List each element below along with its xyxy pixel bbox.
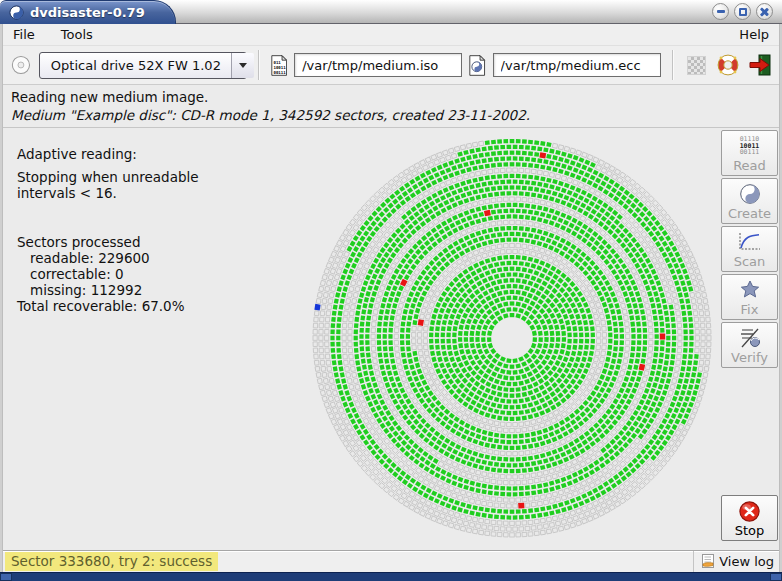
action-sidebar: 01110 10011 00111 Read Create bbox=[720, 128, 782, 550]
quit-icon bbox=[748, 53, 772, 77]
image-file-input[interactable] bbox=[294, 53, 462, 77]
stop-icon bbox=[738, 499, 761, 524]
scan-button-label: Scan bbox=[734, 255, 766, 269]
chevron-down-icon bbox=[231, 53, 254, 78]
reading-stats-panel: Adaptive reading: Stopping when unreadab… bbox=[17, 146, 199, 314]
verify-button[interactable]: Verify bbox=[721, 322, 778, 368]
create-button[interactable]: Create bbox=[721, 178, 778, 224]
verify-button-label: Verify bbox=[731, 351, 768, 365]
app-window: dvdisaster-0.79 File Tools Help Optical … bbox=[0, 0, 782, 581]
menu-help[interactable]: Help bbox=[736, 26, 772, 43]
preferences-button[interactable] bbox=[685, 50, 708, 80]
titlebar[interactable]: dvdisaster-0.79 bbox=[0, 0, 782, 24]
title-tab: dvdisaster-0.79 bbox=[0, 0, 176, 24]
fix-button-label: Fix bbox=[741, 303, 759, 317]
stopping-line1: Stopping when unreadable bbox=[17, 169, 199, 185]
help-lifebelt-icon bbox=[715, 52, 741, 78]
sectors-correctable: correctable: 0 bbox=[17, 266, 199, 282]
maximize-button[interactable] bbox=[734, 3, 751, 20]
window-controls bbox=[712, 3, 782, 20]
main-area: Adaptive reading: Stopping when unreadab… bbox=[0, 128, 782, 550]
create-button-label: Create bbox=[728, 207, 771, 221]
sectors-readable: readable: 229600 bbox=[17, 250, 199, 266]
stop-button[interactable]: Stop bbox=[721, 495, 778, 541]
maximize-icon bbox=[739, 8, 747, 16]
toolbar-separator bbox=[258, 50, 260, 80]
view-log-button[interactable]: View log bbox=[693, 551, 774, 572]
drawing-area: Adaptive reading: Stopping when unreadab… bbox=[0, 128, 720, 550]
read-button[interactable]: 01110 10011 00111 Read bbox=[721, 130, 778, 176]
app-logo-icon bbox=[9, 5, 24, 20]
ecc-file-input[interactable] bbox=[493, 53, 661, 77]
info-line2: Medium "Example disc": CD-R mode 1, 3425… bbox=[11, 107, 771, 123]
menu-tools[interactable]: Tools bbox=[58, 26, 96, 43]
medium-infobar: Reading new medium image. Medium "Exampl… bbox=[0, 85, 782, 128]
minimize-icon bbox=[717, 10, 725, 13]
quit-button[interactable] bbox=[748, 50, 772, 80]
stop-button-label: Stop bbox=[735, 524, 765, 538]
toolbar-separator bbox=[672, 50, 674, 80]
verify-icon bbox=[738, 326, 762, 351]
read-button-label: Read bbox=[733, 159, 766, 173]
close-icon bbox=[760, 7, 770, 17]
drive-selector[interactable]: Optical drive 52X FW 1.02 bbox=[39, 52, 247, 79]
fix-button[interactable]: Fix bbox=[721, 274, 778, 320]
read-binary-icon: 01110 10011 00111 bbox=[740, 134, 760, 159]
fix-splat-icon bbox=[739, 278, 761, 303]
info-line1: Reading new medium image. bbox=[11, 89, 771, 105]
view-log-icon bbox=[701, 554, 716, 569]
svg-text:00111: 00111 bbox=[273, 69, 286, 74]
ecc-file-icon bbox=[469, 52, 485, 79]
view-log-label: View log bbox=[719, 554, 774, 569]
window-title: dvdisaster-0.79 bbox=[30, 5, 145, 20]
scan-curve-icon bbox=[737, 230, 762, 255]
total-recoverable: Total recoverable: 67.0% bbox=[17, 298, 199, 314]
reading-mode-heading: Adaptive reading: bbox=[17, 146, 199, 162]
close-button[interactable] bbox=[756, 3, 773, 20]
sectors-missing: missing: 112992 bbox=[17, 282, 199, 298]
window-resize-edge[interactable] bbox=[0, 572, 782, 581]
sectors-heading: Sectors processed bbox=[17, 234, 199, 250]
status-message: Sector 333680, try 2: success bbox=[5, 552, 218, 571]
statusbar: Sector 333680, try 2: success View log bbox=[0, 550, 782, 572]
drive-selector-value: Optical drive 52X FW 1.02 bbox=[51, 58, 221, 73]
minimize-button[interactable] bbox=[712, 3, 729, 20]
disc-icon bbox=[10, 51, 32, 79]
scan-button[interactable]: Scan bbox=[721, 226, 778, 272]
window-left-border bbox=[0, 24, 3, 572]
menubar: File Tools Help bbox=[0, 24, 782, 46]
stopping-line2: intervals < 16. bbox=[17, 185, 199, 201]
help-button[interactable] bbox=[715, 50, 741, 80]
preferences-icon bbox=[687, 56, 706, 75]
create-yinyang-icon bbox=[739, 182, 761, 207]
toolbar: Optical drive 52X FW 1.02 011 10011 0011… bbox=[0, 46, 782, 85]
iso-file-icon: 011 10011 00111 bbox=[271, 52, 287, 79]
menu-file[interactable]: File bbox=[10, 26, 38, 43]
